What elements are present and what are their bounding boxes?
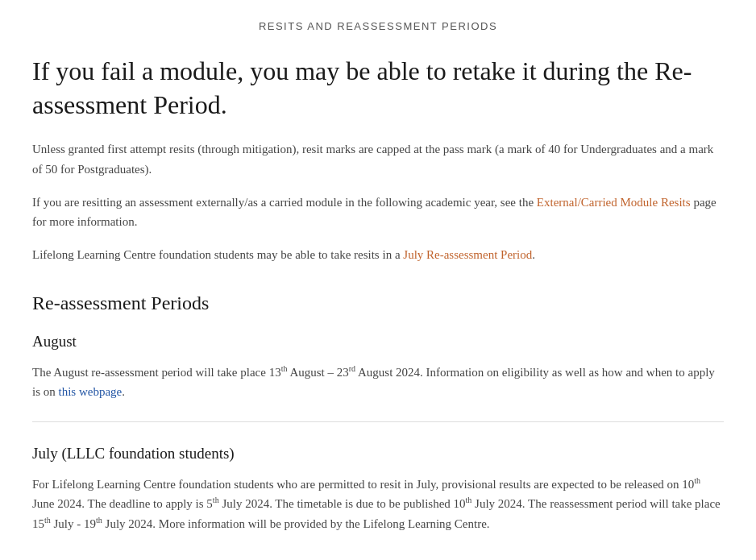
page-header: RESITS AND REASSESSMENT PERIODS — [32, 16, 724, 35]
external-carried-link[interactable]: External/Carried Module Resits — [537, 196, 691, 209]
august-webpage-link[interactable]: this webpage — [59, 385, 123, 398]
july-reassessment-link[interactable]: July Re-assessment Period — [403, 248, 532, 261]
page-title: RESITS AND REASSESSMENT PERIODS — [259, 20, 497, 32]
july-heading: July (LLLC foundation students) — [32, 442, 724, 466]
intro-para-1: Unless granted first attempt resits (thr… — [32, 139, 724, 180]
reassessment-periods-heading: Re-assessment Periods — [32, 288, 724, 318]
august-paragraph: The August re-assessment period will tak… — [32, 363, 724, 403]
page-container: RESITS AND REASSESSMENT PERIODS If you f… — [0, 0, 756, 560]
august-heading: August — [32, 330, 724, 354]
section-divider — [32, 421, 724, 422]
main-heading: If you fail a module, you may be able to… — [32, 55, 724, 122]
intro-para-3: Lifelong Learning Centre foundation stud… — [32, 245, 724, 265]
intro-para-2: If you are resitting an assessment exter… — [32, 193, 724, 233]
july-paragraph: For Lifelong Learning Centre foundation … — [32, 475, 724, 534]
